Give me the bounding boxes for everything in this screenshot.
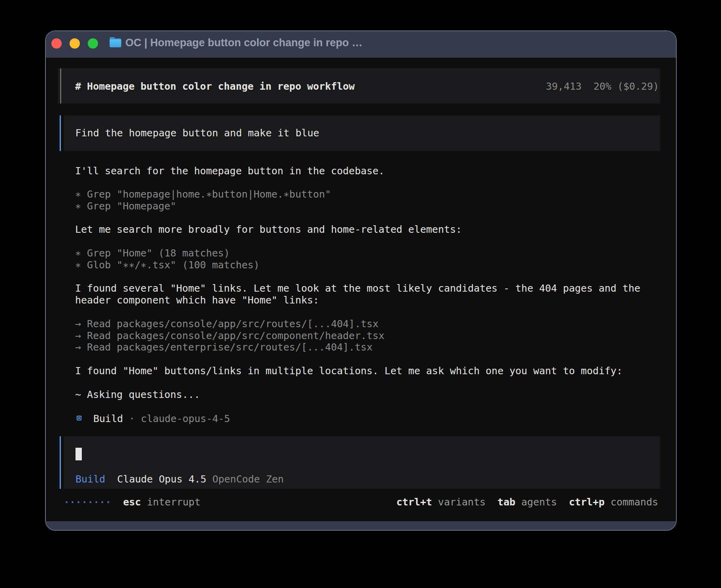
text-cursor <box>75 448 82 460</box>
prompt-input-border <box>60 436 61 489</box>
session-header: # Homepage button color change in repo w… <box>58 68 660 104</box>
assistant-transcript: I'll search for the homepage button in t… <box>75 165 640 401</box>
transcript-line <box>75 353 640 365</box>
model-row: BuildClaude Opus 4.5OpenCode Zen <box>75 473 284 485</box>
transcript-line: I found "Home" buttons/links in multiple… <box>75 365 640 377</box>
hint-label-agents: agents <box>521 496 557 508</box>
status-bar-left: ········escinterrupt <box>64 496 200 508</box>
transcript-line: ∗ Grep "homepage|home.∗button|Home.∗butt… <box>75 188 640 200</box>
token-count: 39,413 <box>546 81 581 92</box>
hint-label-variants: variants <box>438 496 485 508</box>
input-provider: OpenCode Zen <box>212 473 284 485</box>
hint-label-commands: commands <box>611 496 658 508</box>
titlebar[interactable]: OC | Homepage button color change in rep… <box>46 31 676 58</box>
input-model[interactable]: Claude Opus 4.5 <box>117 473 206 485</box>
minimize-button[interactable] <box>70 38 80 49</box>
transcript-line <box>75 212 640 224</box>
transcript-line: I'll search for the homepage button in t… <box>75 165 640 177</box>
agent-status-row: Build·claude-opus-4-5 <box>75 414 431 426</box>
agent-icon <box>77 416 81 420</box>
prompt-input[interactable]: BuildClaude Opus 4.5OpenCode Zen <box>64 436 660 489</box>
transcript-line <box>75 177 640 188</box>
transcript-line: ∗ Grep "Homepage" <box>75 200 640 212</box>
session-header-border <box>60 68 61 104</box>
agent-name: Build <box>93 413 123 424</box>
esc-key: esc <box>123 496 141 508</box>
terminal-window: OC | Homepage button color change in rep… <box>45 30 677 531</box>
zoom-button[interactable] <box>88 38 98 49</box>
session-meta: 39,41320% ($0.29) <box>546 81 659 92</box>
transcript-line: → Read packages/enterprise/src/routes/[.… <box>75 341 640 353</box>
transcript-line <box>75 377 640 389</box>
transcript-line: I found several "Home" links. Let me loo… <box>75 283 640 294</box>
transcript-line: → Read packages/console/app/src/componen… <box>75 330 640 342</box>
transcript-line <box>75 271 640 283</box>
transcript-line: → Read packages/console/app/src/routes/[… <box>75 318 640 330</box>
spinner-dots: ········ <box>64 496 111 508</box>
user-message-text: Find the homepage button and make it blu… <box>75 127 319 139</box>
user-message: Find the homepage button and make it blu… <box>64 115 660 151</box>
window-bottom-chrome <box>46 521 676 530</box>
input-agent[interactable]: Build <box>75 473 105 485</box>
agent-model: claude-opus-4-5 <box>141 413 230 424</box>
context-cost: 20% ($0.29) <box>593 81 659 92</box>
transcript-line <box>75 306 640 318</box>
hint-key-commands: ctrl+p <box>569 496 604 508</box>
transcript-line: header component which have "Home" links… <box>75 294 640 306</box>
close-button[interactable] <box>51 38 62 49</box>
hint-key-agents: tab <box>498 496 515 508</box>
separator-dot: · <box>129 413 135 424</box>
hint-key-variants: ctrl+t <box>396 496 432 508</box>
transcript-line <box>75 236 640 247</box>
status-bar-right: ctrl+tvariantstabagentsctrl+pcommands <box>396 496 658 508</box>
user-message-border <box>60 115 61 151</box>
transcript-line: Let me search more broadly for buttons a… <box>75 224 640 236</box>
session-title: # Homepage button color change in repo w… <box>75 81 355 92</box>
window-title: OC | Homepage button color change in rep… <box>125 31 362 58</box>
transcript-line: ~ Asking questions... <box>75 389 640 401</box>
transcript-line: ∗ Grep "Home" (18 matches) <box>75 247 640 259</box>
transcript-line: ∗ Glob "∗∗/∗.tsx" (100 matches) <box>75 259 640 271</box>
folder-icon <box>109 37 121 49</box>
esc-label: interrupt <box>147 496 200 508</box>
